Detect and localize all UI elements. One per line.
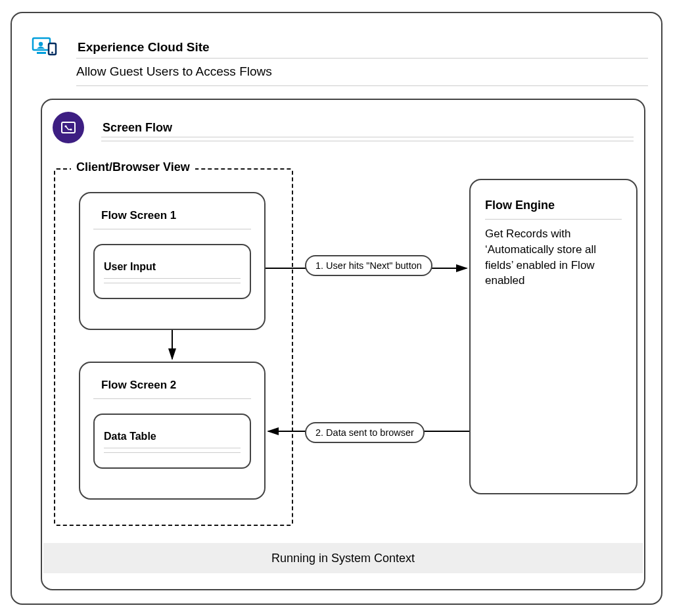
client-browser-label: Client/Browser View — [71, 160, 195, 174]
outer-frame: Experience Cloud Site Allow Guest Users … — [11, 12, 662, 605]
inner-title: Data Table — [104, 431, 250, 442]
flow-engine: Flow Engine Get Records with ‘Automatica… — [469, 179, 638, 494]
divider — [101, 141, 634, 141]
flow-screen-1: Flow Screen 1 User Input — [79, 192, 266, 330]
divider — [93, 229, 251, 229]
flow-screen-2: Flow Screen 2 Data Table — [79, 362, 266, 500]
divider — [485, 219, 622, 220]
card-title: Flow Screen 1 — [101, 209, 264, 222]
engine-title: Flow Engine — [485, 199, 622, 212]
header: Experience Cloud Site — [32, 37, 210, 58]
screen-flow-panel: Screen Flow Client/Browser View Flow Scr… — [41, 99, 645, 590]
divider — [76, 58, 648, 59]
svg-rect-5 — [62, 122, 75, 133]
header-title: Experience Cloud Site — [78, 40, 210, 55]
data-table-component: Data Table — [93, 414, 251, 469]
inner-title: User Input — [104, 261, 250, 273]
divider — [104, 283, 241, 283]
divider — [101, 137, 634, 137]
header-subtitle: Allow Guest Users to Access Flows — [76, 64, 272, 79]
svg-point-4 — [51, 52, 53, 54]
arrow-label-2: 2. Data sent to browser — [305, 422, 425, 443]
screen-flow-icon — [53, 112, 84, 143]
flow-title: Screen Flow — [103, 121, 172, 135]
engine-body: Get Records with ‘Automatically store al… — [485, 226, 622, 289]
card-title: Flow Screen 2 — [101, 379, 264, 392]
arrow-label-1: 1. User hits "Next" button — [305, 255, 432, 276]
svg-point-2 — [39, 42, 43, 46]
footer-text: Running in System Context — [271, 552, 415, 565]
divider — [104, 452, 241, 453]
footer-bar: Running in System Context — [43, 543, 643, 573]
divider — [93, 398, 251, 399]
divider — [76, 85, 648, 86]
divider — [104, 448, 241, 448]
experience-cloud-icon — [32, 37, 58, 58]
svg-rect-1 — [37, 52, 46, 54]
flow-header: Screen Flow — [53, 112, 172, 143]
user-input-component: User Input — [93, 244, 251, 299]
divider — [104, 278, 241, 279]
